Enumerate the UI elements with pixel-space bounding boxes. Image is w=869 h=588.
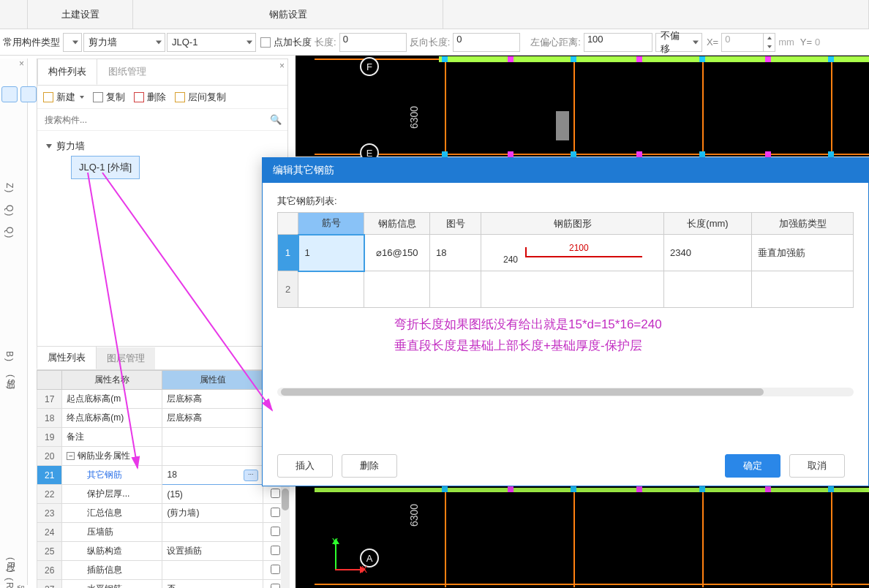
col-length[interactable]: 长度(mm) — [664, 213, 752, 235]
drawing-canvas-top[interactable] — [296, 56, 869, 157]
scrollbar-thumb[interactable] — [282, 489, 289, 510]
col-shape[interactable]: 钢筋图形 — [481, 213, 664, 235]
prop-value[interactable]: 层底标高 — [162, 390, 263, 409]
cell-shape[interactable]: 240 2100 — [481, 235, 664, 271]
prop-extra-checkbox[interactable] — [271, 508, 280, 517]
tab-layer-manage[interactable]: 图层管理 — [97, 347, 155, 369]
node — [442, 151, 448, 157]
prop-name: −钢筋业务属性 — [62, 447, 162, 466]
col-info[interactable]: 钢筋信息 — [364, 213, 430, 235]
tree-item-jlq1[interactable]: JLQ-1 [外墙] — [71, 156, 140, 179]
prop-value[interactable]: 设置插筋 — [162, 542, 263, 561]
property-row[interactable]: 17起点底标高(m层底标高 — [37, 390, 288, 409]
dialog-titlebar[interactable]: 编辑其它钢筋 — [263, 158, 868, 183]
cell-length[interactable]: 2340 — [664, 235, 752, 271]
property-row[interactable]: 18终点底标高(m)层底标高 — [37, 409, 288, 428]
prop-value[interactable]: 层底标高 — [162, 409, 263, 428]
prop-value[interactable]: 否 — [162, 580, 263, 589]
property-row[interactable]: 24压墙筋 — [37, 523, 288, 542]
close-icon[interactable]: × — [279, 61, 285, 71]
collapse-icon[interactable]: − — [67, 452, 75, 460]
tab-civil-label: 土建设置 — [61, 8, 99, 21]
search-input[interactable] — [43, 114, 270, 126]
cell-jinhao[interactable]: 1 — [298, 235, 364, 271]
horizontal-scrollbar[interactable] — [277, 388, 854, 396]
prop-value[interactable] — [162, 447, 263, 466]
prop-extra-checkbox[interactable] — [271, 584, 280, 589]
col-jinhao[interactable]: 筋号 — [298, 213, 364, 235]
new-button[interactable]: 新建 — [43, 91, 84, 104]
sidebar-icon-1[interactable] — [1, 86, 18, 102]
tab-drawing-manage[interactable]: 图纸管理 — [97, 59, 157, 85]
property-table: 属性名称 属性值 附加 17起点底标高(m层底标高18终点底标高(m)层底标高1… — [37, 370, 288, 588]
prop-name: 保护层厚... — [62, 485, 162, 504]
prop-value[interactable]: (15) — [162, 485, 263, 504]
search-icon[interactable]: 🔍 — [270, 114, 282, 125]
side-label-s[interactable]: 筋(S) — [4, 373, 17, 391]
side-label-r1[interactable]: 段(R) — [4, 556, 17, 574]
prop-extra-checkbox[interactable] — [271, 489, 280, 498]
delete-button[interactable]: 删除 — [134, 91, 166, 104]
node — [765, 151, 771, 157]
scrollbar-thumb[interactable] — [281, 388, 764, 396]
deviate-select[interactable]: 不偏移 — [655, 33, 702, 52]
tab-property-list[interactable]: 属性列表 — [37, 346, 97, 369]
prop-value[interactable]: 18··· — [162, 466, 263, 485]
point-add-checkbox[interactable] — [260, 37, 271, 48]
prop-extra-checkbox[interactable] — [271, 565, 280, 574]
category-select[interactable]: 剪力墙 — [83, 33, 165, 52]
property-row[interactable]: 22保护层厚...(15) — [37, 485, 288, 504]
sidebar-icon-2[interactable] — [20, 86, 37, 102]
side-label-r2[interactable]: 段(R) — [4, 578, 27, 588]
length-input[interactable]: 0 — [339, 33, 407, 52]
copy-button[interactable]: 复制 — [93, 91, 125, 104]
property-row[interactable]: 20−钢筋业务属性 — [37, 447, 288, 466]
tab-component-list[interactable]: 构件列表 — [37, 59, 97, 85]
reverse-length-input[interactable]: 0 — [453, 33, 520, 52]
floor-copy-button[interactable]: 层间复制 — [175, 91, 226, 104]
table-row-1[interactable]: 1 1 ⌀16@150 18 240 2100 2340 垂直加强筋 — [278, 235, 854, 271]
ok-button[interactable]: 确定 — [725, 454, 780, 478]
prop-extra-checkbox[interactable] — [271, 527, 280, 536]
cell-tuhao[interactable]: 18 — [430, 235, 481, 271]
component-select[interactable]: JLQ-1 — [167, 33, 256, 52]
edit-value-button[interactable]: ··· — [244, 470, 258, 481]
side-label-z[interactable]: Z) — [4, 183, 15, 194]
cell-type[interactable]: 垂直加强筋 — [752, 235, 854, 271]
tree-group-shearwall[interactable]: 剪力墙 — [46, 137, 279, 156]
node — [508, 151, 514, 157]
prop-name: 起点底标高(m — [62, 390, 162, 409]
drawing-canvas-bottom[interactable] — [296, 486, 869, 588]
tab-rebar-settings[interactable]: 钢筋设置 — [133, 0, 443, 29]
type-dropdown[interactable] — [63, 33, 82, 52]
side-label-b[interactable]: B) — [4, 351, 15, 363]
col-tuhao[interactable]: 图号 — [430, 213, 481, 235]
x-input[interactable]: 0 — [721, 33, 764, 52]
offset-input[interactable]: 100 — [584, 33, 652, 52]
vertical-scrollbar[interactable] — [281, 486, 290, 588]
table-row-2[interactable]: 2 — [278, 271, 854, 308]
insert-button[interactable]: 插入 — [277, 454, 333, 478]
property-row[interactable]: 25纵筋构造设置插筋 — [37, 542, 288, 561]
prop-extra-checkbox[interactable] — [271, 546, 280, 555]
tab-civil-settings[interactable]: 土建设置 — [28, 0, 133, 29]
prop-value[interactable] — [162, 428, 263, 447]
side-label-q2[interactable]: Q) — [4, 227, 15, 239]
col-type[interactable]: 加强筋类型 — [752, 213, 854, 235]
cell-info[interactable]: ⌀16@150 — [364, 235, 430, 271]
property-row[interactable]: 26插筋信息 — [37, 561, 288, 580]
side-label-q1[interactable]: Q) — [4, 205, 15, 217]
property-row[interactable]: 19备注 — [37, 428, 288, 447]
cancel-button[interactable]: 取消 — [789, 454, 845, 478]
property-row[interactable]: 27水平钢筋否 — [37, 580, 288, 589]
prop-value[interactable] — [162, 561, 263, 580]
property-row[interactable]: 21其它钢筋18··· — [37, 466, 288, 485]
property-row[interactable]: 23汇总信息(剪力墙) — [37, 504, 288, 523]
delete-row-button[interactable]: 删除 — [342, 454, 397, 478]
x-spinner[interactable] — [764, 33, 775, 52]
close-icon[interactable]: × — [19, 59, 24, 69]
prop-value[interactable] — [162, 523, 263, 542]
node — [828, 56, 834, 62]
prop-value[interactable]: (剪力墙) — [162, 504, 263, 523]
column-element — [556, 111, 569, 140]
